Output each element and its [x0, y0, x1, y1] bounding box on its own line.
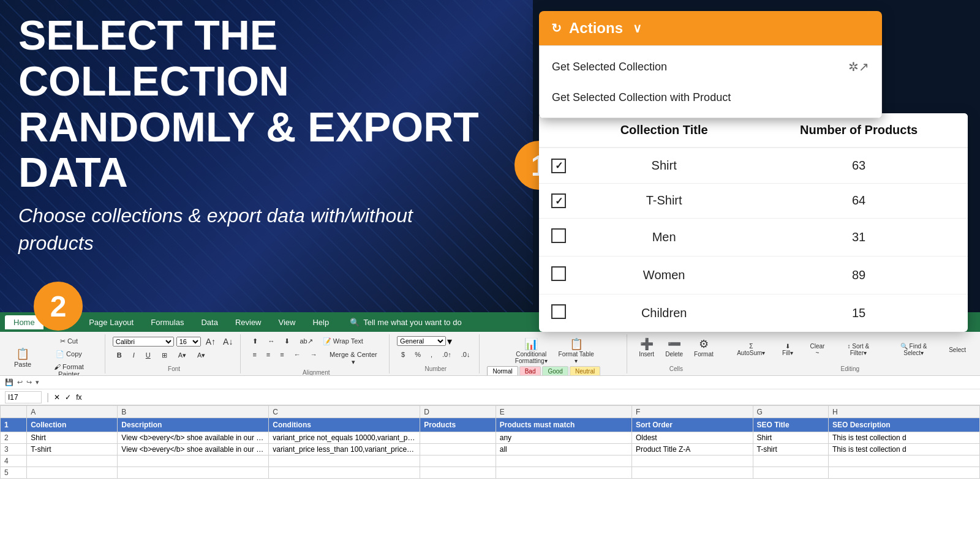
clear-button[interactable]: Clear ~ [803, 341, 831, 358]
align-right-button[interactable]: ≡ [276, 349, 288, 368]
italic-button[interactable]: I [129, 350, 139, 361]
col-d-header[interactable]: D [420, 406, 496, 418]
data-cell[interactable] [118, 467, 269, 479]
header-cell-3[interactable]: Products [420, 418, 496, 432]
underline-button[interactable]: U [141, 350, 155, 361]
data-cell[interactable] [420, 432, 496, 444]
tab-page-layout[interactable]: Page Layout [80, 315, 142, 329]
orientation-button[interactable]: ab↗ [295, 335, 317, 347]
borders-button[interactable]: ⊞ [157, 350, 172, 361]
currency-button[interactable]: $ [397, 349, 409, 360]
col-f-header[interactable]: F [631, 406, 753, 418]
undo-button[interactable]: ↩ [17, 378, 23, 386]
data-cell[interactable] [420, 444, 496, 455]
format-painter-button[interactable]: 🖌 Format Painter [38, 361, 100, 377]
find-select-button[interactable]: 🔍 Find & Select▾ [885, 341, 942, 358]
collection-checkbox[interactable] [551, 228, 566, 243]
style-neutral[interactable]: Neutral [570, 366, 600, 377]
data-cell[interactable] [118, 455, 269, 467]
tab-data[interactable]: Data [192, 315, 226, 329]
col-e-header[interactable]: E [496, 406, 631, 418]
select-button[interactable]: Select [944, 345, 970, 355]
data-cell[interactable]: Product Title Z-A [631, 444, 753, 455]
data-cell[interactable] [269, 467, 420, 479]
style-good[interactable]: Good [542, 366, 568, 377]
wrap-text-button[interactable]: 📝 Wrap Text [318, 335, 368, 347]
confirm-formula-button[interactable]: ✓ [65, 393, 71, 402]
collection-checkbox[interactable] [551, 159, 566, 173]
copy-button[interactable]: 📄 Copy [38, 348, 100, 360]
collection-checkbox[interactable] [551, 304, 566, 319]
data-cell[interactable]: This is test collection d [828, 432, 979, 444]
cancel-formula-button[interactable]: ✕ [54, 393, 60, 402]
data-cell[interactable] [753, 455, 828, 467]
collection-checkbox[interactable] [551, 193, 566, 208]
ribbon-search[interactable]: 🔍 Tell me what you want to do [350, 318, 461, 327]
data-cell[interactable] [27, 455, 118, 467]
save-icon[interactable]: 💾 [5, 378, 13, 386]
delete-cells-button[interactable]: ➖ Delete [661, 335, 687, 359]
style-normal[interactable]: Normal [487, 366, 518, 377]
tab-help[interactable]: Help [304, 315, 337, 329]
font-name-select[interactable]: Calibri [113, 337, 174, 347]
data-cell[interactable]: Shirt [753, 432, 828, 444]
data-cell[interactable]: T-shirt [753, 444, 828, 455]
data-cell[interactable] [420, 455, 496, 467]
bold-button[interactable]: B [113, 350, 126, 361]
data-cell[interactable]: any [496, 432, 631, 444]
data-cell[interactable] [828, 455, 979, 467]
data-cell[interactable] [828, 467, 979, 479]
increase-indent-button[interactable]: → [306, 349, 322, 368]
sort-filter-button[interactable]: ↕ Sort & Filter▾ [834, 341, 883, 358]
col-h-header[interactable]: H [828, 406, 979, 418]
header-cell-7[interactable]: SEO Description [828, 418, 979, 432]
col-a-header[interactable]: A [27, 406, 118, 418]
data-cell[interactable]: View <b>every</b> shoe available in our … [118, 432, 269, 444]
paste-button[interactable]: 📋 Paste [10, 345, 36, 370]
data-cell[interactable] [496, 455, 631, 467]
header-cell-4[interactable]: Products must match [496, 418, 631, 432]
comma-button[interactable]: , [426, 349, 437, 360]
cell-reference-input[interactable] [5, 391, 42, 403]
fill-button[interactable]: ⬇ Fill▾ [775, 341, 801, 358]
redo-button[interactable]: ↪ [26, 378, 32, 386]
insert-cells-button[interactable]: ➕ Insert [635, 335, 658, 359]
cut-button[interactable]: ✂ Cut [38, 335, 100, 347]
header-cell-2[interactable]: Conditions [269, 418, 420, 432]
data-cell[interactable]: View <b>every</b> shoe available in our … [118, 444, 269, 455]
data-cell[interactable]: Shirt [27, 432, 118, 444]
formula-input[interactable] [87, 393, 976, 402]
merge-center-button[interactable]: Merge & Center ▾ [323, 349, 384, 368]
align-center-button[interactable]: ≡ [262, 349, 274, 368]
number-format-select[interactable]: General [397, 336, 446, 346]
align-top-button[interactable]: ⬆ [248, 335, 262, 347]
format-cells-button[interactable]: ⚙ Format [690, 335, 718, 359]
data-cell[interactable]: T-shirt [27, 444, 118, 455]
tab-formulas[interactable]: Formulas [142, 315, 192, 329]
actions-header[interactable]: ↻ Actions ∨ [539, 11, 882, 45]
increase-font-button[interactable]: A↑ [203, 335, 218, 348]
style-bad[interactable]: Bad [519, 366, 541, 377]
data-cell[interactable]: all [496, 444, 631, 455]
tab-view[interactable]: View [270, 315, 304, 329]
col-c-header[interactable]: C [269, 406, 420, 418]
format-as-table-button[interactable]: 📋 Format Table ▾ [554, 335, 598, 366]
data-cell[interactable] [27, 467, 118, 479]
header-cell-0[interactable]: Collection [27, 418, 118, 432]
decrease-font-button[interactable]: A↓ [221, 335, 235, 348]
fill-color-button[interactable]: A▾ [174, 350, 190, 361]
data-cell[interactable]: variant_price not_equals 10000,variant_p… [269, 432, 420, 444]
data-cell[interactable] [753, 467, 828, 479]
data-cell[interactable] [269, 455, 420, 467]
get-selected-collection-item[interactable]: Get Selected Collection ✲↗ [540, 51, 881, 83]
data-cell[interactable] [420, 467, 496, 479]
decrease-decimal-button[interactable]: .0↓ [457, 349, 475, 360]
collection-checkbox[interactable] [551, 266, 566, 281]
tab-review[interactable]: Review [227, 315, 270, 329]
align-bottom-button[interactable]: ⬇ [280, 335, 294, 347]
header-cell-6[interactable]: SEO Title [753, 418, 828, 432]
col-b-header[interactable]: B [118, 406, 269, 418]
data-cell[interactable] [496, 467, 631, 479]
data-cell[interactable] [631, 455, 753, 467]
data-cell[interactable]: This is test collection d [828, 444, 979, 455]
